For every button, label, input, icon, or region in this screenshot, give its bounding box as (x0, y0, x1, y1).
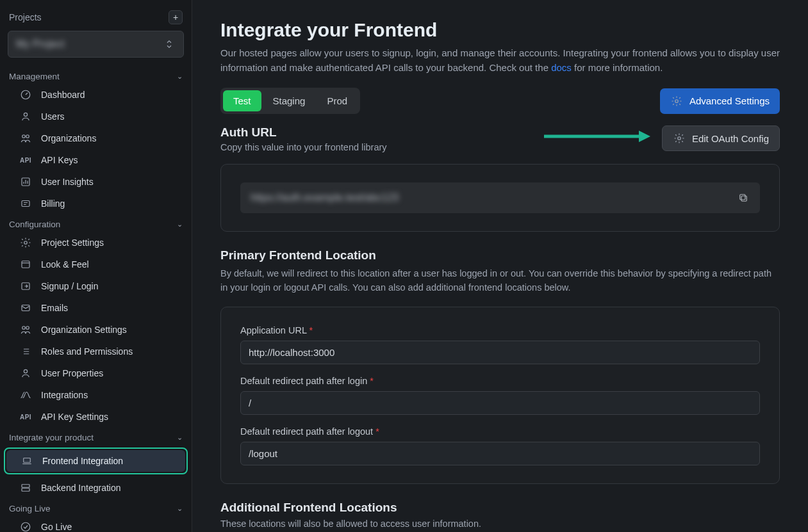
nav-user-properties[interactable]: User Properties (5, 362, 186, 384)
svg-rect-5 (22, 201, 29, 207)
chevron-down-icon: ⌄ (177, 504, 183, 513)
section-management[interactable]: Management ⌄ (0, 67, 192, 84)
api-icon: API (19, 410, 32, 423)
nav-organization-settings[interactable]: Organization Settings (5, 319, 186, 341)
auth-url-title: Auth URL (220, 125, 387, 140)
gear-icon (673, 132, 686, 145)
additional-locations-title: Additional Frontend Locations (220, 501, 780, 515)
chevron-down-icon: ⌄ (177, 72, 183, 81)
sidebar: Projects + My Project Management ⌄ Dashb… (0, 0, 192, 532)
chart-icon (19, 175, 32, 188)
additional-locations-desc: These locations will also be allowed to … (220, 519, 780, 529)
nav-user-insights[interactable]: User Insights (5, 171, 186, 193)
nav-emails[interactable]: Emails (5, 297, 186, 319)
svg-rect-14 (22, 485, 29, 488)
nav-api-key-settings[interactable]: API API Key Settings (5, 406, 186, 428)
check-circle-icon (19, 520, 32, 532)
app-url-label: Application URL * (240, 325, 760, 335)
svg-point-12 (24, 369, 27, 373)
nav-roles-permissions[interactable]: Roles and Permissions (5, 341, 186, 362)
nav-go-live[interactable]: Go Live (5, 516, 186, 532)
logout-redirect-input[interactable] (240, 442, 760, 465)
integrations-icon (19, 389, 32, 401)
nav-signup-login[interactable]: Signup / Login (5, 275, 186, 297)
page-description: Our hosted pages allow your users to sig… (220, 46, 780, 75)
nav-organizations[interactable]: Organizations (5, 127, 186, 149)
svg-point-10 (22, 326, 26, 330)
docs-link[interactable]: docs (551, 62, 572, 73)
tab-staging[interactable]: Staging (263, 90, 316, 111)
nav-frontend-integration[interactable]: Frontend Integration (6, 450, 185, 472)
tab-prod[interactable]: Prod (317, 90, 358, 111)
section-going-live[interactable]: Going Live ⌄ (0, 499, 192, 516)
edit-oauth-config-button[interactable]: Edit OAuth Config (662, 125, 780, 151)
svg-rect-9 (22, 305, 29, 311)
nav-project-settings[interactable]: Project Settings (5, 232, 186, 254)
user-icon (19, 110, 32, 123)
tab-test[interactable]: Test (223, 90, 261, 111)
nav-frontend-integration-highlight: Frontend Integration (4, 447, 188, 474)
svg-point-11 (26, 326, 29, 330)
server-icon (19, 481, 32, 494)
svg-point-1 (24, 113, 27, 116)
mail-icon (19, 302, 32, 314)
primary-location-title: Primary Frontend Location (220, 248, 780, 262)
svg-rect-20 (740, 195, 745, 200)
page-title: Integrate your Frontend (220, 19, 780, 41)
svg-rect-15 (22, 488, 29, 492)
primary-location-desc: By default, we will redirect to this loc… (220, 266, 780, 295)
svg-rect-7 (22, 261, 29, 268)
login-redirect-label: Default redirect path after login * (240, 376, 760, 386)
logout-redirect-label: Default redirect path after logout * (240, 426, 760, 437)
list-icon (19, 345, 32, 358)
billing-icon (19, 197, 32, 210)
svg-point-2 (22, 135, 26, 138)
advanced-settings-button[interactable]: Advanced Settings (660, 88, 780, 114)
svg-point-16 (21, 522, 30, 531)
api-icon: API (19, 154, 32, 166)
gauge-icon (19, 88, 32, 101)
copy-button[interactable] (737, 191, 750, 204)
svg-rect-13 (24, 458, 31, 463)
login-redirect-input[interactable] (240, 391, 760, 415)
main-content: Integrate your Frontend Our hosted pages… (192, 0, 808, 532)
nav-dashboard[interactable]: Dashboard (5, 84, 186, 106)
project-name: My Project (16, 38, 65, 50)
svg-point-6 (24, 241, 28, 245)
primary-location-card: Application URL * Default redirect path … (220, 307, 780, 484)
chevron-up-down-icon (163, 38, 176, 51)
annotation-arrow (543, 129, 652, 146)
nav-backend-integration[interactable]: Backend Integration (5, 477, 186, 499)
nav-api-keys[interactable]: API API Keys (5, 149, 186, 171)
svg-point-3 (26, 135, 29, 138)
chevron-down-icon: ⌄ (177, 220, 183, 229)
org-icon (19, 323, 32, 336)
laptop-icon (21, 455, 33, 467)
nav-billing[interactable]: Billing (5, 193, 186, 214)
chevron-down-icon: ⌄ (177, 433, 183, 442)
project-selector[interactable]: My Project (8, 31, 184, 58)
app-url-input[interactable] (240, 341, 760, 364)
auth-url-value: https://auth.example.test/abc123 (251, 192, 399, 204)
svg-point-17 (675, 99, 679, 102)
section-configuration[interactable]: Configuration ⌄ (0, 214, 192, 232)
nav-users[interactable]: Users (5, 106, 186, 127)
nav-integrations[interactable]: Integrations (5, 384, 186, 406)
sidebar-projects-label: Projects (9, 12, 42, 22)
window-icon (19, 258, 32, 271)
auth-url-card: https://auth.example.test/abc123 (220, 164, 780, 232)
login-icon (19, 280, 32, 293)
plus-icon: + (173, 12, 178, 22)
svg-point-18 (678, 137, 681, 140)
gear-icon (670, 95, 683, 108)
nav-look-feel[interactable]: Look & Feel (5, 254, 186, 275)
gear-icon (19, 236, 32, 249)
env-tabs: Test Staging Prod (220, 88, 360, 114)
section-integrate-product[interactable]: Integrate your product ⌄ (0, 428, 192, 445)
auth-url-box: https://auth.example.test/abc123 (240, 182, 760, 213)
auth-url-subtitle: Copy this value into your frontend libra… (220, 142, 387, 152)
svg-rect-19 (741, 196, 746, 201)
user-icon (19, 367, 32, 380)
add-project-button[interactable]: + (169, 10, 183, 24)
org-icon (19, 132, 32, 145)
